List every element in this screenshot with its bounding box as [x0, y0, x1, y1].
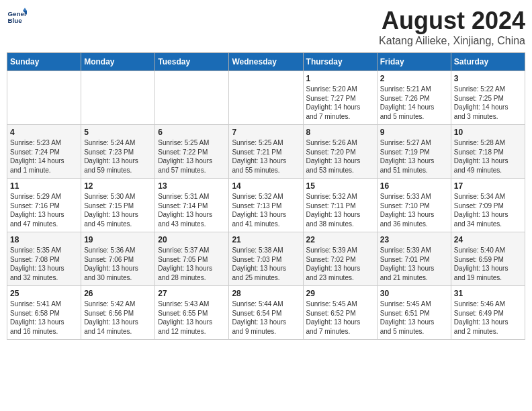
day-info: Sunrise: 5:40 AM Sunset: 6:59 PM Dayligh…: [454, 246, 522, 282]
day-info: Sunrise: 5:25 AM Sunset: 7:22 PM Dayligh…: [158, 138, 226, 175]
day-info: Sunrise: 5:45 AM Sunset: 6:51 PM Dayligh…: [380, 300, 448, 336]
day-number: 29: [306, 289, 374, 298]
day-info: Sunrise: 5:45 AM Sunset: 6:52 PM Dayligh…: [306, 300, 374, 336]
day-info: Sunrise: 5:34 AM Sunset: 7:09 PM Dayligh…: [454, 192, 522, 228]
day-number: 7: [232, 128, 300, 137]
day-number: 30: [380, 289, 448, 298]
day-cell: 23Sunrise: 5:39 AM Sunset: 7:01 PM Dayli…: [377, 232, 451, 286]
day-cell: 22Sunrise: 5:39 AM Sunset: 7:02 PM Dayli…: [303, 232, 377, 286]
day-number: 28: [232, 289, 300, 298]
day-info: Sunrise: 5:22 AM Sunset: 7:25 PM Dayligh…: [454, 85, 522, 121]
day-number: 9: [380, 128, 448, 137]
day-number: 24: [454, 235, 522, 244]
day-info: Sunrise: 5:31 AM Sunset: 7:14 PM Dayligh…: [158, 192, 226, 228]
day-number: 5: [84, 128, 152, 137]
header: General Blue August 2024 Katang Ailieke,…: [7, 7, 525, 47]
day-info: Sunrise: 5:39 AM Sunset: 7:02 PM Dayligh…: [306, 246, 374, 282]
day-info: Sunrise: 5:41 AM Sunset: 6:58 PM Dayligh…: [10, 300, 78, 336]
col-header-wednesday: Wednesday: [229, 53, 303, 71]
day-cell: 9Sunrise: 5:27 AM Sunset: 7:19 PM Daylig…: [377, 125, 451, 179]
day-cell: 15Sunrise: 5:32 AM Sunset: 7:11 PM Dayli…: [303, 179, 377, 232]
day-info: Sunrise: 5:27 AM Sunset: 7:19 PM Dayligh…: [380, 138, 448, 175]
col-header-monday: Monday: [81, 53, 155, 71]
day-info: Sunrise: 5:35 AM Sunset: 7:08 PM Dayligh…: [10, 246, 78, 282]
logo: General Blue: [7, 7, 27, 27]
day-number: 6: [158, 128, 226, 137]
day-number: 21: [232, 235, 300, 244]
week-row-3: 11Sunrise: 5:29 AM Sunset: 7:16 PM Dayli…: [7, 179, 525, 232]
day-number: 14: [232, 181, 300, 191]
day-cell: 26Sunrise: 5:42 AM Sunset: 6:56 PM Dayli…: [81, 286, 155, 340]
day-cell: 19Sunrise: 5:36 AM Sunset: 7:06 PM Dayli…: [81, 232, 155, 286]
day-number: 11: [10, 181, 78, 191]
day-cell: 8Sunrise: 5:26 AM Sunset: 7:20 PM Daylig…: [303, 125, 377, 179]
day-cell: 24Sunrise: 5:40 AM Sunset: 6:59 PM Dayli…: [451, 232, 525, 286]
day-cell: 25Sunrise: 5:41 AM Sunset: 6:58 PM Dayli…: [7, 286, 81, 340]
day-cell: 28Sunrise: 5:44 AM Sunset: 6:54 PM Dayli…: [229, 286, 303, 340]
day-cell: [81, 71, 155, 125]
day-cell: 4Sunrise: 5:23 AM Sunset: 7:24 PM Daylig…: [7, 125, 81, 179]
day-cell: 30Sunrise: 5:45 AM Sunset: 6:51 PM Dayli…: [377, 286, 451, 340]
day-number: 22: [306, 235, 374, 244]
day-info: Sunrise: 5:43 AM Sunset: 6:55 PM Dayligh…: [158, 300, 226, 336]
week-row-5: 25Sunrise: 5:41 AM Sunset: 6:58 PM Dayli…: [7, 286, 525, 340]
day-number: 19: [84, 235, 152, 244]
day-number: 16: [380, 181, 448, 191]
day-number: 18: [10, 235, 78, 244]
day-info: Sunrise: 5:21 AM Sunset: 7:26 PM Dayligh…: [380, 85, 448, 121]
day-cell: 12Sunrise: 5:30 AM Sunset: 7:15 PM Dayli…: [81, 179, 155, 232]
day-info: Sunrise: 5:37 AM Sunset: 7:05 PM Dayligh…: [158, 246, 226, 282]
day-cell: 31Sunrise: 5:46 AM Sunset: 6:49 PM Dayli…: [451, 286, 525, 340]
day-cell: 11Sunrise: 5:29 AM Sunset: 7:16 PM Dayli…: [7, 179, 81, 232]
day-cell: 3Sunrise: 5:22 AM Sunset: 7:25 PM Daylig…: [451, 71, 525, 125]
day-number: 3: [454, 74, 522, 83]
day-info: Sunrise: 5:24 AM Sunset: 7:23 PM Dayligh…: [84, 138, 152, 175]
week-row-1: 1Sunrise: 5:20 AM Sunset: 7:27 PM Daylig…: [7, 71, 525, 125]
day-cell: 2Sunrise: 5:21 AM Sunset: 7:26 PM Daylig…: [377, 71, 451, 125]
day-cell: 18Sunrise: 5:35 AM Sunset: 7:08 PM Dayli…: [7, 232, 81, 286]
col-header-sunday: Sunday: [7, 53, 81, 71]
day-cell: [229, 71, 303, 125]
day-cell: 20Sunrise: 5:37 AM Sunset: 7:05 PM Dayli…: [155, 232, 229, 286]
day-number: 17: [454, 181, 522, 191]
day-info: Sunrise: 5:32 AM Sunset: 7:11 PM Dayligh…: [306, 192, 374, 228]
day-cell: 16Sunrise: 5:33 AM Sunset: 7:10 PM Dayli…: [377, 179, 451, 232]
calendar-header-row: SundayMondayTuesdayWednesdayThursdayFrid…: [7, 53, 525, 71]
day-info: Sunrise: 5:23 AM Sunset: 7:24 PM Dayligh…: [10, 138, 78, 175]
day-number: 1: [306, 74, 374, 83]
week-row-2: 4Sunrise: 5:23 AM Sunset: 7:24 PM Daylig…: [7, 125, 525, 179]
page-title: August 2024: [379, 7, 525, 35]
day-cell: 21Sunrise: 5:38 AM Sunset: 7:03 PM Dayli…: [229, 232, 303, 286]
day-number: 20: [158, 235, 226, 244]
title-area: August 2024 Katang Ailieke, Xinjiang, Ch…: [379, 7, 525, 47]
day-number: 4: [10, 128, 78, 137]
day-info: Sunrise: 5:20 AM Sunset: 7:27 PM Dayligh…: [306, 85, 374, 121]
day-info: Sunrise: 5:42 AM Sunset: 6:56 PM Dayligh…: [84, 300, 152, 336]
day-cell: 29Sunrise: 5:45 AM Sunset: 6:52 PM Dayli…: [303, 286, 377, 340]
col-header-thursday: Thursday: [303, 53, 377, 71]
day-number: 25: [10, 289, 78, 298]
day-cell: 7Sunrise: 5:25 AM Sunset: 7:21 PM Daylig…: [229, 125, 303, 179]
col-header-saturday: Saturday: [451, 53, 525, 71]
day-cell: 13Sunrise: 5:31 AM Sunset: 7:14 PM Dayli…: [155, 179, 229, 232]
day-cell: [7, 71, 81, 125]
day-number: 26: [84, 289, 152, 298]
day-cell: 10Sunrise: 5:28 AM Sunset: 7:18 PM Dayli…: [451, 125, 525, 179]
day-number: 13: [158, 181, 226, 191]
day-info: Sunrise: 5:36 AM Sunset: 7:06 PM Dayligh…: [84, 246, 152, 282]
day-info: Sunrise: 5:29 AM Sunset: 7:16 PM Dayligh…: [10, 192, 78, 228]
day-number: 2: [380, 74, 448, 83]
day-number: 27: [158, 289, 226, 298]
day-number: 12: [84, 181, 152, 191]
calendar-table: SundayMondayTuesdayWednesdayThursdayFrid…: [7, 52, 525, 340]
day-cell: 5Sunrise: 5:24 AM Sunset: 7:23 PM Daylig…: [81, 125, 155, 179]
day-number: 31: [454, 289, 522, 298]
day-cell: 6Sunrise: 5:25 AM Sunset: 7:22 PM Daylig…: [155, 125, 229, 179]
day-info: Sunrise: 5:39 AM Sunset: 7:01 PM Dayligh…: [380, 246, 448, 282]
day-info: Sunrise: 5:32 AM Sunset: 7:13 PM Dayligh…: [232, 192, 300, 228]
day-info: Sunrise: 5:38 AM Sunset: 7:03 PM Dayligh…: [232, 246, 300, 282]
col-header-friday: Friday: [377, 53, 451, 71]
day-cell: 14Sunrise: 5:32 AM Sunset: 7:13 PM Dayli…: [229, 179, 303, 232]
day-number: 15: [306, 181, 374, 191]
week-row-4: 18Sunrise: 5:35 AM Sunset: 7:08 PM Dayli…: [7, 232, 525, 286]
